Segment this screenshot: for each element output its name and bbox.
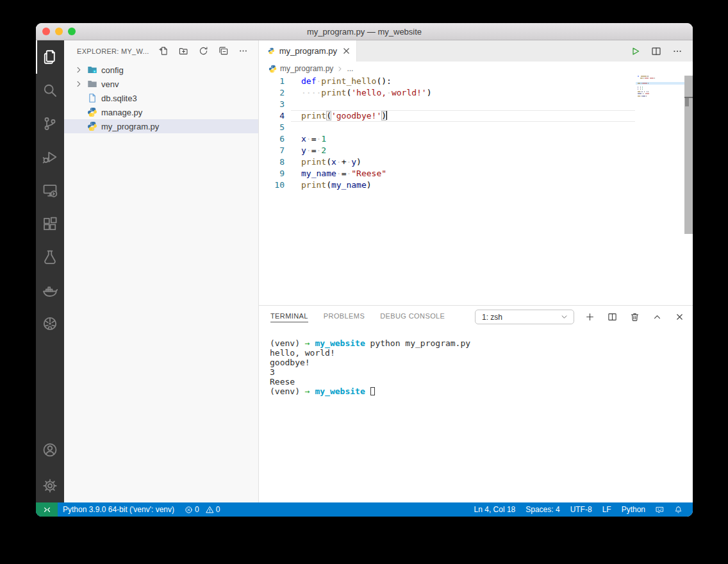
file-type-icon <box>87 79 97 89</box>
tree-item-my-program-py[interactable]: my_program.py <box>64 119 258 133</box>
kill-terminal-button[interactable] <box>630 312 640 322</box>
minimap-line <box>638 87 682 88</box>
status-item-encoding[interactable]: UTF-8 <box>565 502 597 517</box>
close-tab-button[interactable] <box>342 46 351 56</box>
remote-icon <box>43 506 51 514</box>
code-line[interactable]: 2····print('hello,·world!') <box>259 87 693 99</box>
activity-item-settings[interactable] <box>36 469 64 502</box>
editor-group: my_program.py my_program.py ... 1def·pri… <box>259 40 693 502</box>
status-bar-right: Ln 4, Col 18Spaces: 4UTF-8LFPython <box>469 502 693 517</box>
status-item-python-interpreter[interactable]: Python 3.9.0 64-bit ('venv': venv) <box>58 502 179 517</box>
close-window-button[interactable] <box>42 28 50 35</box>
more-actions-button[interactable] <box>672 46 682 56</box>
collapse-all-button[interactable] <box>219 46 228 56</box>
zoom-window-button[interactable] <box>68 28 76 35</box>
line-number[interactable]: 6 <box>259 133 301 145</box>
breadcrumb-symbols[interactable]: ... <box>347 64 353 73</box>
line-number[interactable]: 8 <box>259 156 301 168</box>
code-token: ) <box>367 180 372 190</box>
code-line[interactable]: 7y·=·2 <box>259 145 693 156</box>
line-number[interactable]: 10 <box>259 179 301 191</box>
accounts-icon <box>42 442 58 458</box>
scrollbar-thumb[interactable] <box>685 98 689 106</box>
status-item-notifications[interactable] <box>669 502 688 517</box>
split-editor-button[interactable] <box>651 46 661 56</box>
activity-item-kubernetes[interactable] <box>36 307 64 340</box>
activity-item-docker[interactable] <box>36 274 64 307</box>
activity-item-remote-explorer[interactable] <box>36 174 64 207</box>
code-line[interactable]: 4print('goodbye!') <box>259 110 693 122</box>
code-line[interactable]: 5 <box>259 122 693 133</box>
minimap-line <box>638 85 682 86</box>
activity-item-search[interactable] <box>36 74 64 107</box>
code-line[interactable]: 3 <box>259 99 693 110</box>
new-folder-button[interactable] <box>179 46 188 56</box>
tree-item-db-sqlite3[interactable]: db.sqlite3 <box>64 91 258 105</box>
close-panel-button[interactable] <box>675 312 684 322</box>
code-token: print <box>301 111 326 120</box>
terminal-cursor <box>370 387 375 395</box>
terminal-output[interactable]: (venv) → my_website python my_program.py… <box>259 328 693 502</box>
more-button[interactable] <box>238 46 248 56</box>
activity-item-source-control[interactable] <box>36 107 64 140</box>
code-text: y·=·2 <box>301 145 326 156</box>
minimize-window-button[interactable] <box>55 28 63 35</box>
minimap[interactable] <box>636 76 684 127</box>
line-number[interactable]: 2 <box>259 87 301 99</box>
status-item-problems[interactable]: 00 <box>179 502 229 517</box>
maximize-panel-button[interactable] <box>652 312 662 322</box>
new-file-button[interactable] <box>159 46 169 56</box>
code-line[interactable]: 8print(x·+·y) <box>259 156 693 168</box>
activity-item-extensions[interactable] <box>36 207 64 240</box>
panel-tab-debug-console[interactable]: DEBUG CONSOLE <box>380 312 445 322</box>
chevron-right-icon <box>74 65 83 74</box>
refresh-button[interactable] <box>199 46 208 56</box>
code-text: print(my_name) <box>301 179 372 191</box>
status-item-eol-sequence[interactable]: LF <box>597 502 616 517</box>
activity-item-accounts[interactable] <box>36 433 64 467</box>
terminal-line: hello, world! <box>270 348 693 358</box>
editor-scrollbar[interactable] <box>684 76 693 234</box>
code-line[interactable]: 10print(my_name) <box>259 179 693 191</box>
status-item-language-mode[interactable]: Python <box>616 502 650 517</box>
new-terminal-button[interactable] <box>585 312 595 322</box>
line-number[interactable]: 4 <box>259 110 301 122</box>
chevron-right-icon <box>336 65 343 72</box>
activity-item-testing[interactable] <box>36 240 64 274</box>
run-python-file-button[interactable] <box>630 46 640 56</box>
status-item-cursor-position[interactable]: Ln 4, Col 18 <box>469 502 521 517</box>
terminal-selector-dropdown[interactable]: 1: zsh <box>475 310 574 324</box>
code-editor[interactable]: 1def·print_hello():2····print('hello,·wo… <box>259 76 693 305</box>
titlebar[interactable]: my_program.py — my_website <box>36 23 693 40</box>
tree-item-manage-py[interactable]: manage.py <box>64 105 258 119</box>
activity-item-explorer[interactable] <box>36 40 64 74</box>
breadcrumb-file[interactable]: my_program.py <box>280 64 333 73</box>
minimap-line <box>638 95 682 97</box>
status-item-feedback[interactable] <box>650 502 669 517</box>
status-item-indentation[interactable]: Spaces: 4 <box>520 502 565 517</box>
python-file-icon <box>269 65 277 73</box>
line-number[interactable]: 3 <box>259 99 301 110</box>
line-number[interactable]: 7 <box>259 145 301 156</box>
status-item-label: UTF-8 <box>570 505 592 514</box>
tree-item-config[interactable]: config <box>64 63 258 77</box>
code-line[interactable]: 1def·print_hello(): <box>259 76 693 87</box>
panel-tab-terminal[interactable]: TERMINAL <box>270 312 308 322</box>
status-item-remote-indicator[interactable] <box>36 502 58 517</box>
code-token: def <box>301 76 316 86</box>
split-terminal-button[interactable] <box>608 312 617 322</box>
line-number[interactable]: 9 <box>259 168 301 179</box>
code-line[interactable]: 6x·=·1 <box>259 133 693 145</box>
code-token: 'hello, <box>351 88 386 97</box>
terminal-token: 3 <box>270 367 275 377</box>
code-line[interactable]: 9my_name·=·"Reese" <box>259 168 693 179</box>
activity-item-run-debug[interactable] <box>36 140 64 174</box>
line-number[interactable]: 1 <box>259 76 301 87</box>
panel-tab-problems[interactable]: PROBLEMS <box>324 312 365 322</box>
line-number[interactable]: 5 <box>259 122 301 133</box>
tab-my-program-py[interactable]: my_program.py <box>259 40 357 62</box>
new-folder-icon <box>179 46 188 56</box>
tree-item-venv[interactable]: venv <box>64 77 258 91</box>
terminal-token: python my_program.py <box>365 338 470 348</box>
code-token: y <box>301 145 306 155</box>
